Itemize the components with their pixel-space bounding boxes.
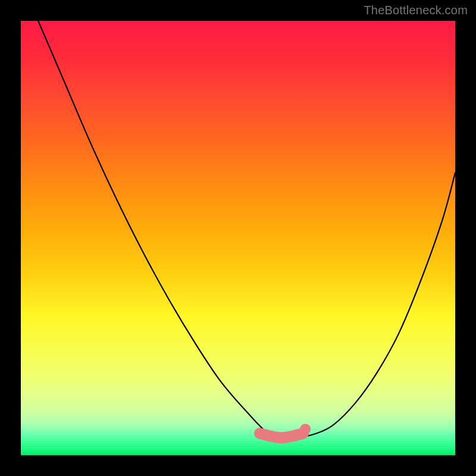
curve-overlay (21, 21, 455, 455)
highlight-dot (300, 424, 311, 434)
left-curve (38, 21, 286, 438)
watermark-text: TheBottleneck.com (364, 4, 468, 17)
highlight-band (260, 434, 303, 438)
chart-frame: TheBottleneck.com (0, 0, 476, 476)
plot-area (21, 21, 455, 455)
right-curve (299, 173, 455, 438)
